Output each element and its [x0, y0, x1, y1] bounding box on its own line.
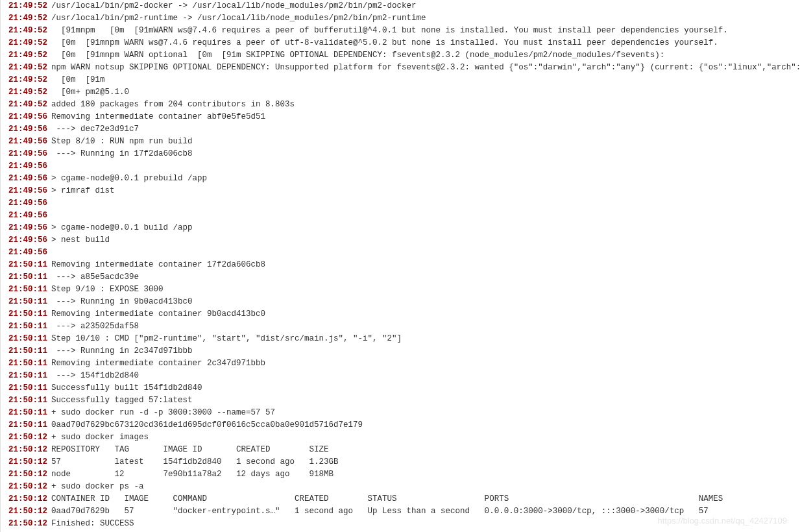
- log-timestamp: 21:49:52: [8, 75, 47, 84]
- log-timestamp: 21:49:56: [8, 199, 47, 208]
- log-line: 21:50:11+ sudo docker run -d -p 3000:300…: [8, 407, 800, 419]
- log-line: 21:49:52 [91mnpm [0m [91mWARN ws@7.4.6 r…: [8, 25, 800, 37]
- log-text: /usr/local/bin/pm2-docker -> /usr/local/…: [51, 1, 417, 10]
- log-timestamp: 21:50:12: [8, 457, 47, 466]
- log-text: npm WARN notsup SKIPPING OPTIONAL DEPEND…: [51, 63, 800, 72]
- log-timestamp: 21:49:56: [8, 149, 47, 158]
- log-text: [0m [91mnpm WARN ws@7.4.6 requires a pee…: [51, 38, 718, 47]
- log-line: 21:50:1257 latest 154f1db2d840 1 second …: [8, 456, 800, 468]
- log-line: 21:50:12REPOSITORY TAG IMAGE ID CREATED …: [8, 444, 800, 456]
- log-text: Successfully tagged 57:latest: [51, 396, 193, 405]
- log-line: 21:49:52added 180 packages from 204 cont…: [8, 99, 800, 111]
- log-text: [91mnpm [0m [91mWARN ws@7.4.6 requires a…: [51, 26, 728, 35]
- log-line: 21:50:11 ---> 154f1db2d840: [8, 370, 800, 382]
- log-text: + sudo docker run -d -p 3000:3000 --name…: [51, 408, 275, 417]
- log-timestamp: 21:49:56: [8, 186, 47, 195]
- log-line: 21:50:11Removing intermediate container …: [8, 308, 800, 320]
- log-text: + sudo docker ps -a: [51, 482, 144, 491]
- log-line: 21:50:12CONTAINER ID IMAGE COMMAND CREAT…: [8, 493, 800, 505]
- log-line: 21:50:11Successfully tagged 57:latest: [8, 394, 800, 407]
- log-text: ---> Running in 2c347d971bbb: [51, 346, 193, 356]
- log-timestamp: 21:49:56: [8, 211, 47, 220]
- log-line: 21:49:56Removing intermediate container …: [8, 111, 800, 123]
- log-text: Step 8/10 : RUN npm run build: [51, 137, 193, 146]
- log-text: Removing intermediate container 17f2da60…: [51, 260, 265, 269]
- log-line: 21:49:52 [0m [91mnpm WARN ws@7.4.6 requi…: [8, 37, 800, 49]
- log-line: 21:49:52 [0m [91m: [8, 74, 800, 86]
- log-text: [0m [91mnpm WARN optional [0m [91m SKIPP…: [51, 51, 664, 60]
- log-text: Removing intermediate container 9b0acd41…: [51, 309, 265, 319]
- log-text: > cgame-node@0.0.1 prebuild /app: [51, 174, 207, 183]
- log-line: 21:49:52npm WARN notsup SKIPPING OPTIONA…: [8, 62, 800, 74]
- log-timestamp: 21:49:56: [8, 112, 47, 121]
- log-text: 0aad70d7629b 57 "docker-entrypoint.s…" 1…: [51, 507, 709, 516]
- log-line: 21:50:12Finished: SUCCESS: [8, 518, 800, 530]
- log-timestamp: 21:50:11: [8, 334, 47, 343]
- log-line: 21:50:11Removing intermediate container …: [8, 357, 800, 370]
- log-line: 21:49:56: [8, 160, 800, 173]
- log-timestamp: 21:50:11: [8, 359, 47, 368]
- log-text: CONTAINER ID IMAGE COMMAND CREATED STATU…: [51, 494, 723, 503]
- log-line: 21:49:56> cgame-node@0.0.1 build /app: [8, 222, 800, 234]
- log-text: ---> Running in 17f2da606cb8: [51, 149, 193, 158]
- log-timestamp: 21:50:12: [8, 519, 47, 528]
- log-timestamp: 21:49:56: [8, 174, 47, 183]
- log-text: Step 9/10 : EXPOSE 3000: [51, 285, 164, 294]
- log-text: node 12 7e90b11a78a2 12 days ago 918MB: [51, 470, 333, 479]
- log-line: 21:49:52/usr/local/bin/pm2-runtime -> /u…: [8, 12, 800, 25]
- log-timestamp: 21:50:12: [8, 482, 47, 491]
- log-timestamp: 21:50:11: [8, 371, 47, 380]
- log-timestamp: 21:49:56: [8, 223, 47, 232]
- log-line: 21:50:11Step 10/10 : CMD ["pm2-runtime",…: [8, 333, 800, 345]
- log-line: 21:50:11 ---> a85e5acdc39e: [8, 271, 800, 284]
- log-line: 21:50:11 ---> a235025daf58: [8, 320, 800, 333]
- log-timestamp: 21:49:52: [8, 100, 47, 109]
- log-timestamp: 21:49:52: [8, 63, 47, 72]
- log-timestamp: 21:49:56: [8, 162, 47, 171]
- log-timestamp: 21:49:52: [8, 38, 47, 47]
- log-timestamp: 21:50:11: [8, 260, 47, 269]
- log-line: 21:50:12+ sudo docker ps -a: [8, 481, 800, 493]
- log-timestamp: 21:49:52: [8, 26, 47, 35]
- log-text: added 180 packages from 204 contributors…: [51, 100, 295, 109]
- log-text: Removing intermediate container abf0e5fe…: [51, 112, 265, 121]
- log-timestamp: 21:49:52: [8, 1, 47, 10]
- log-text: ---> 154f1db2d840: [51, 371, 139, 380]
- log-text: > rimraf dist: [51, 186, 115, 195]
- log-timestamp: 21:49:56: [8, 125, 47, 134]
- log-text: [0m [91m: [51, 75, 105, 84]
- log-timestamp: 21:50:12: [8, 470, 47, 479]
- log-timestamp: 21:50:11: [8, 383, 47, 393]
- log-timestamp: 21:49:52: [8, 51, 47, 60]
- log-line: 21:49:56: [8, 247, 800, 259]
- log-line: 21:49:52/usr/local/bin/pm2-docker -> /us…: [8, 0, 800, 12]
- log-timestamp: 21:49:52: [8, 14, 47, 23]
- log-timestamp: 21:50:11: [8, 322, 47, 331]
- log-text: ---> a235025daf58: [51, 322, 139, 331]
- log-timestamp: 21:50:11: [8, 420, 47, 429]
- log-line: 21:50:11 ---> Running in 2c347d971bbb: [8, 345, 800, 357]
- log-timestamp: 21:49:56: [8, 248, 47, 257]
- log-line: 21:50:120aad70d7629b 57 "docker-entrypoi…: [8, 505, 800, 518]
- build-log: 21:49:52/usr/local/bin/pm2-docker -> /us…: [0, 0, 800, 532]
- log-line: 21:49:56Step 8/10 : RUN npm run build: [8, 136, 800, 148]
- log-text: ---> Running in 9b0acd413bc0: [51, 297, 193, 306]
- log-line: 21:49:52 [0m+ pm2@5.1.0: [8, 86, 800, 99]
- log-text: + sudo docker images: [51, 433, 149, 442]
- log-timestamp: 21:50:11: [8, 309, 47, 319]
- log-text: 0aad70d7629bc673120cd361de1d695dcf0f0616…: [51, 420, 363, 429]
- log-line: 21:49:56 ---> Running in 17f2da606cb8: [8, 148, 800, 160]
- log-text: ---> dec72e3d91c7: [51, 125, 139, 134]
- log-text: REPOSITORY TAG IMAGE ID CREATED SIZE: [51, 445, 329, 454]
- log-timestamp: 21:50:11: [8, 346, 47, 356]
- log-timestamp: 21:50:11: [8, 285, 47, 294]
- log-timestamp: 21:50:12: [8, 433, 47, 442]
- log-timestamp: 21:50:12: [8, 445, 47, 454]
- log-timestamp: 21:50:12: [8, 494, 47, 503]
- log-text: /usr/local/bin/pm2-runtime -> /usr/local…: [51, 14, 426, 23]
- log-line: 21:49:56: [8, 210, 800, 222]
- log-timestamp: 21:50:11: [8, 396, 47, 405]
- log-text: > nest build: [51, 236, 110, 245]
- log-timestamp: 21:49:52: [8, 88, 47, 97]
- log-line: 21:50:110aad70d7629bc673120cd361de1d695d…: [8, 419, 800, 431]
